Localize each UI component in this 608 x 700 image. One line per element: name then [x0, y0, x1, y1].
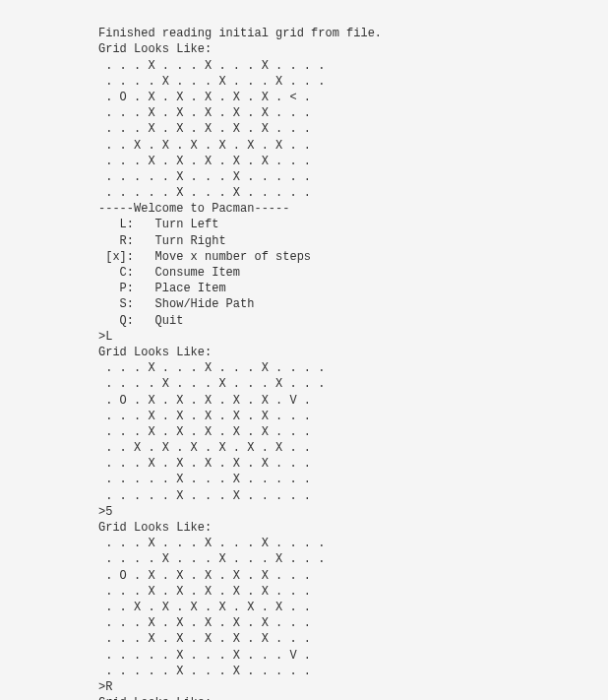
terminal-output: Finished reading initial grid from file.…: [98, 26, 598, 700]
terminal-text: Finished reading initial grid from file.…: [98, 27, 382, 700]
